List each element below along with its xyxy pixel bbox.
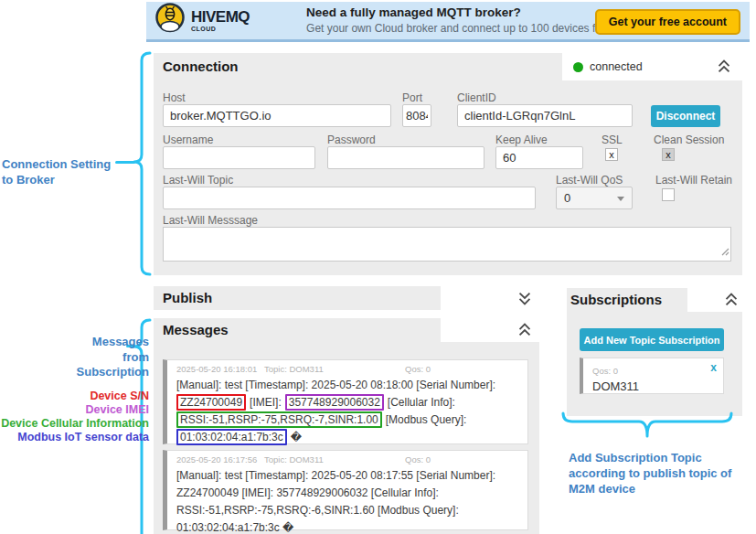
- message-text: RSSI:-51,RSRP:-75,RSRQ:-6,SINR:1.60 [Mod…: [176, 504, 459, 517]
- dropdown-arrow-icon: [617, 197, 624, 201]
- message-text: [Manual]: test [Timestamp]: 2025-05-20 0…: [176, 469, 495, 482]
- collapse-messages-icon[interactable]: [516, 320, 534, 340]
- mqtt-websocket-client-screen: HIVEMQ CLOUD Need a fully managed MQTT b…: [0, 0, 756, 534]
- subscriptions-title: Subscriptions: [570, 292, 662, 307]
- expand-publish-icon[interactable]: [516, 288, 534, 308]
- brand-name: HIVEMQ: [191, 9, 250, 25]
- modbus-data-highlight: 01:03:02:04:a1:7b:3c: [176, 429, 287, 445]
- message-qos: Qos: 0: [405, 454, 431, 465]
- messages-panel: Messages 2025-05-20 16:18:01 Topic: DOM3…: [154, 318, 539, 534]
- message-text: [Manual]: test [Timestamp]: 2025-05-20 0…: [176, 379, 495, 391]
- message-trailer: �: [291, 431, 302, 443]
- subscriptions-panel: Subscriptions Add New Topic Subscription…: [567, 288, 742, 416]
- subscription-topic: DOM311: [592, 379, 718, 393]
- connection-status: connected: [590, 60, 643, 73]
- message-topic: Topic: DOM311: [264, 454, 324, 465]
- username-label: Username: [163, 134, 213, 146]
- ssl-label: SSL: [602, 134, 623, 146]
- modbus-label: [Modbus Query]:: [386, 413, 467, 426]
- connection-annotation: Connection Setting to Broker: [2, 157, 135, 187]
- disconnect-button[interactable]: Disconnect: [651, 105, 720, 127]
- banner-subline: Get your own Cloud broker and connect up…: [306, 22, 630, 36]
- message-item: 2025-05-20 16:18:01 Topic: DOM311 Qos: 0…: [163, 359, 528, 444]
- brand-sub: CLOUD: [191, 26, 250, 32]
- port-label: Port: [402, 91, 422, 104]
- publish-panel: Publish: [154, 286, 539, 310]
- resize-grip-icon[interactable]: [721, 243, 729, 260]
- messages-title: Messages: [163, 322, 229, 337]
- collapse-subscriptions-icon[interactable]: [722, 290, 740, 310]
- subscription-annotation: Add Subscription Topic according to publ…: [569, 450, 748, 497]
- message-item: 2025-05-20 16:17:56 Topic: DOM311 Qos: 0…: [163, 450, 528, 530]
- lw-qos-value: 0: [564, 191, 570, 205]
- host-label: Host: [163, 91, 186, 104]
- subscription-brace: [561, 411, 733, 444]
- publish-title: Publish: [163, 290, 212, 305]
- messages-list: 2025-05-20 16:18:01 Topic: DOM311 Qos: 0…: [154, 342, 539, 534]
- message-time: 2025-05-20 16:17:56: [176, 454, 257, 465]
- ssl-checkbox[interactable]: x: [605, 148, 618, 161]
- hivemq-banner: HIVEMQ CLOUD Need a fully managed MQTT b…: [146, 2, 750, 42]
- password-label: Password: [327, 134, 376, 146]
- add-subscription-button[interactable]: Add New Topic Subscription: [580, 328, 724, 351]
- port-input[interactable]: [402, 104, 431, 127]
- remove-subscription-icon[interactable]: x: [710, 361, 717, 374]
- imei-highlight: 357748929006032: [285, 394, 384, 411]
- subscription-item: Qos: 0 x DOM311: [580, 358, 724, 394]
- connected-status-dot: [573, 62, 583, 72]
- get-free-account-button[interactable]: Get your free account: [595, 9, 740, 35]
- cellular-info-highlight: RSSI:-51,RSRP:-75,RSRQ:-7,SINR:1.00: [176, 411, 382, 428]
- message-text: 01:03:02:04:a1:7b:3c �: [176, 521, 293, 534]
- keep-alive-input[interactable]: [495, 146, 583, 169]
- password-input[interactable]: [327, 146, 484, 169]
- clean-session-checkbox[interactable]: x: [662, 148, 675, 161]
- lw-topic-input[interactable]: [163, 187, 536, 209]
- connection-title: Connection: [163, 59, 239, 74]
- collapse-connection-icon[interactable]: [715, 57, 733, 77]
- message-qos: Qos: 0: [405, 364, 431, 374]
- lw-topic-label: Last-Will Topic: [163, 174, 233, 187]
- message-topic: Topic: DOM311: [264, 364, 324, 374]
- connection-brace: [133, 51, 152, 280]
- messages-annotation: Messages from Subscription: [18, 335, 149, 380]
- connection-panel: Connection connected Host Port ClientID …: [154, 53, 742, 275]
- banner-headline: Need a fully managed MQTT broker?: [306, 5, 630, 21]
- message-text: ZZ24700049 [IMEI]: 357748929006032 [Cell…: [176, 486, 439, 499]
- username-input[interactable]: [163, 146, 315, 169]
- lw-message-label: Last-Will Messsage: [163, 214, 258, 227]
- clean-session-label: Clean Session: [654, 134, 724, 146]
- imei-label: [IMEI]:: [250, 396, 282, 409]
- device-sn-legend: Device S/N: [0, 390, 149, 402]
- lw-qos-label: Last-Will QoS: [556, 174, 623, 187]
- subscription-qos: Qos: 0: [592, 366, 618, 376]
- ssl-check-mark: x: [609, 149, 614, 160]
- message-time: 2025-05-20 16:18:01: [176, 364, 257, 374]
- lw-qos-select[interactable]: 0: [556, 187, 633, 209]
- modbus-legend: Modbus IoT sensor data: [0, 431, 149, 443]
- keep-alive-label: Keep Alive: [495, 134, 548, 146]
- lw-retain-label: Last-Will Retain: [655, 174, 732, 187]
- clean-session-check-mark: x: [665, 149, 671, 160]
- host-input[interactable]: [163, 104, 391, 127]
- lw-message-textarea[interactable]: [163, 227, 731, 262]
- device-imei-legend: Device IMEI: [0, 403, 149, 416]
- bee-cloud-icon: [154, 2, 186, 40]
- serial-number-highlight: ZZ24700049: [176, 394, 246, 411]
- device-cellular-legend: Device Cellular Information: [0, 417, 149, 430]
- lw-retain-checkbox[interactable]: [662, 188, 675, 201]
- hivemq-logo: HIVEMQ CLOUD: [154, 2, 250, 40]
- client-id-label: ClientID: [457, 91, 496, 104]
- cellular-label: [Cellular Info]:: [388, 396, 455, 409]
- client-id-input[interactable]: [457, 104, 633, 127]
